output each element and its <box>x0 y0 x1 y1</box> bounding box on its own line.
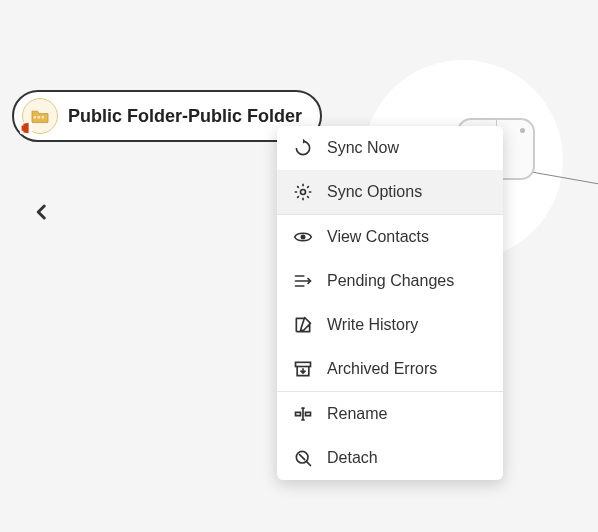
detach-icon <box>293 448 313 468</box>
menu-item-pending-changes[interactable]: Pending Changes <box>277 259 503 303</box>
gear-icon <box>293 182 313 202</box>
menu-item-sync-options[interactable]: Sync Options <box>277 170 503 214</box>
office-icon <box>19 121 33 135</box>
menu-item-sync-now[interactable]: Sync Now <box>277 126 503 170</box>
menu-item-archived-errors[interactable]: Archived Errors <box>277 347 503 391</box>
folder-icon <box>22 98 58 134</box>
menu-item-label: Sync Now <box>327 139 399 157</box>
context-menu: Sync Now Sync Options View Contacts Pend… <box>277 126 503 480</box>
menu-item-label: Pending Changes <box>327 272 454 290</box>
menu-item-label: Detach <box>327 449 378 467</box>
menu-item-label: View Contacts <box>327 228 429 246</box>
menu-item-label: Archived Errors <box>327 360 437 378</box>
menu-item-rename[interactable]: Rename <box>277 392 503 436</box>
svg-point-4 <box>301 190 306 195</box>
edit-icon <box>293 315 313 335</box>
refresh-icon <box>293 138 313 158</box>
svg-rect-1 <box>38 116 40 118</box>
menu-item-view-contacts[interactable]: View Contacts <box>277 215 503 259</box>
menu-item-label: Write History <box>327 316 418 334</box>
svg-point-5 <box>301 235 306 240</box>
list-arrow-icon <box>293 271 313 291</box>
eye-icon <box>293 227 313 247</box>
menu-item-label: Rename <box>327 405 387 423</box>
folder-label: Public Folder-Public Folder <box>68 106 302 127</box>
back-button[interactable] <box>30 200 54 224</box>
menu-item-detach[interactable]: Detach <box>277 436 503 480</box>
svg-rect-2 <box>42 116 44 118</box>
menu-item-write-history[interactable]: Write History <box>277 303 503 347</box>
rename-icon <box>293 404 313 424</box>
svg-rect-0 <box>34 116 36 118</box>
archive-icon <box>293 359 313 379</box>
folder-chip[interactable]: Public Folder-Public Folder <box>12 90 322 142</box>
menu-item-label: Sync Options <box>327 183 422 201</box>
svg-rect-6 <box>296 362 311 366</box>
